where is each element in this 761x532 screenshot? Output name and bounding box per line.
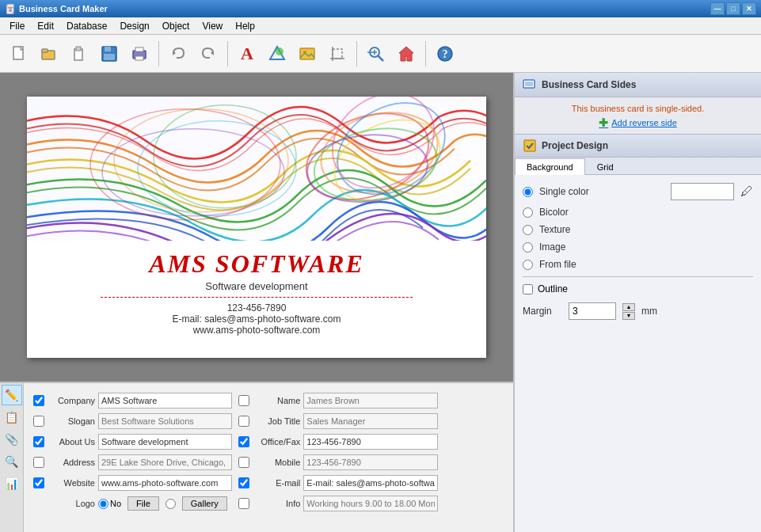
website-input[interactable] (98, 475, 232, 491)
card-sides-icon (523, 78, 537, 92)
menubar: File Edit Database Design Object View He… (0, 17, 761, 35)
logo-file-button[interactable]: File (127, 496, 159, 511)
website-checkbox[interactable] (33, 477, 44, 488)
email-checkbox[interactable] (238, 477, 249, 488)
single-color-radio[interactable] (523, 187, 533, 197)
toolbar-separator-4 (425, 41, 426, 66)
sidebar-list-icon[interactable]: 📋 (2, 407, 22, 428)
image-button[interactable] (293, 40, 322, 68)
jobtitle-label: Job Title (253, 416, 300, 426)
about-input[interactable] (98, 434, 232, 450)
paste-button[interactable] (65, 40, 93, 68)
address-row: Address (33, 453, 232, 472)
toolbar-separator-2 (227, 41, 228, 66)
bicolor-label: Bicolor (539, 207, 753, 218)
sidebar-chart-icon[interactable]: 📊 (2, 473, 22, 494)
canvas-panel: AMS Software Software development 123-45… (0, 73, 513, 532)
text-icon: A (241, 44, 253, 64)
officefax-label: Office/Fax (253, 437, 300, 446)
name-input[interactable] (303, 393, 437, 408)
jobtitle-input[interactable] (303, 413, 437, 429)
outline-checkbox[interactable] (523, 284, 533, 294)
sidebar-clip-icon[interactable]: 📎 (2, 429, 22, 450)
info-row: Info (238, 494, 437, 513)
address-checkbox[interactable] (33, 457, 44, 468)
email-input[interactable] (303, 475, 437, 491)
close-button[interactable]: ✕ (742, 2, 756, 15)
new-button[interactable] (5, 40, 33, 68)
logo-gallery-button[interactable]: Gallery (182, 496, 227, 511)
logo-no-radio[interactable] (98, 499, 108, 509)
open-button[interactable] (35, 40, 63, 68)
bicolor-radio[interactable] (523, 207, 533, 218)
officefax-input[interactable] (303, 434, 437, 450)
company-input[interactable] (98, 393, 232, 408)
menu-file[interactable]: File (3, 19, 31, 33)
about-checkbox[interactable] (33, 436, 44, 447)
undo-button[interactable] (164, 40, 192, 68)
zoom-button[interactable] (362, 40, 390, 68)
svg-rect-4 (76, 47, 81, 51)
add-reverse-link[interactable]: ✚ Add reverse side (515, 116, 761, 134)
logo-gallery-option[interactable] (166, 499, 176, 509)
info-checkbox[interactable] (238, 498, 249, 509)
fromfile-radio[interactable] (523, 260, 533, 270)
logo-gallery-radio[interactable] (166, 499, 176, 509)
menu-design[interactable]: Design (113, 19, 155, 33)
info-label: Info (253, 499, 300, 508)
margin-up-button[interactable]: ▲ (622, 303, 635, 311)
image-label: Image (539, 241, 753, 253)
minimize-button[interactable]: — (710, 2, 725, 15)
logo-no-option[interactable]: No (98, 499, 121, 509)
info-input[interactable] (303, 496, 437, 511)
mobile-input[interactable] (303, 454, 437, 470)
maximize-button[interactable]: □ (726, 2, 740, 15)
sidebar-search-icon[interactable]: 🔍 (2, 451, 22, 472)
svg-point-14 (276, 48, 283, 55)
menu-view[interactable]: View (196, 19, 229, 33)
name-label: Name (253, 396, 300, 405)
name-row: Name (238, 391, 437, 410)
menu-help[interactable]: Help (229, 19, 261, 33)
eyedropper-button[interactable]: 🖊 (740, 184, 753, 199)
officefax-checkbox[interactable] (238, 436, 249, 447)
fromfile-row: From file (523, 259, 753, 270)
slogan-checkbox[interactable] (33, 416, 44, 427)
menu-database[interactable]: Database (60, 19, 113, 33)
print-button[interactable] (125, 40, 154, 68)
margin-input[interactable] (569, 302, 616, 320)
mobile-checkbox[interactable] (238, 457, 249, 468)
card-website: www.ams-photo-software.com (193, 325, 321, 336)
text-button[interactable]: A (233, 40, 261, 68)
margin-down-button[interactable]: ▼ (622, 312, 635, 320)
address-input[interactable] (98, 454, 232, 470)
image-radio[interactable] (523, 242, 533, 253)
shape-button[interactable] (263, 40, 291, 68)
divider (523, 276, 753, 277)
svg-rect-6 (105, 47, 111, 51)
company-checkbox[interactable] (33, 395, 44, 406)
tab-background[interactable]: Background (515, 158, 585, 175)
texture-radio[interactable] (523, 225, 533, 235)
sidebar-edit-icon[interactable]: ✏️ (2, 385, 22, 405)
save-button[interactable] (95, 40, 124, 68)
slogan-row: Slogan (33, 412, 232, 431)
help-button[interactable]: ? (431, 40, 459, 68)
home-button[interactable] (392, 40, 420, 68)
jobtitle-checkbox[interactable] (238, 416, 249, 427)
color-box[interactable] (671, 183, 734, 200)
crop-button[interactable] (323, 40, 352, 68)
right-header-title: Business Card Sides (542, 79, 636, 90)
website-label: Website (48, 478, 95, 488)
name-checkbox[interactable] (238, 395, 249, 406)
single-sided-message: This business card is single-sided. (515, 97, 761, 116)
svg-rect-41 (525, 82, 533, 86)
menu-object[interactable]: Object (156, 19, 196, 33)
titlebar-icon: 🃏 (5, 4, 16, 14)
slogan-input[interactable] (98, 413, 232, 429)
menu-edit[interactable]: Edit (31, 19, 60, 33)
right-panel: Business Card Sides This business card i… (513, 73, 761, 532)
redo-button[interactable] (194, 40, 223, 68)
image-row: Image (523, 241, 753, 253)
tab-grid[interactable]: Grid (585, 158, 626, 175)
